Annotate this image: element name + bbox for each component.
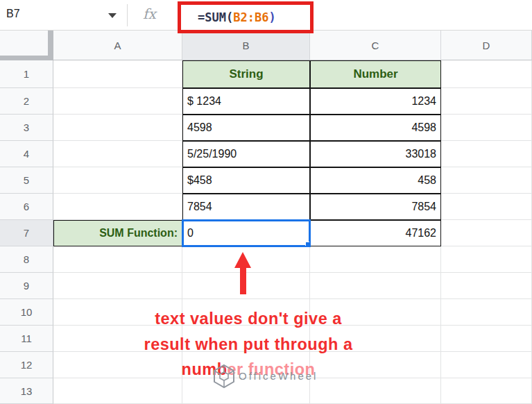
cell-A1[interactable] (53, 60, 182, 88)
formula-highlight-box: =SUM(B2:B6) (178, 1, 314, 33)
row-header-2[interactable]: 2 (0, 88, 53, 115)
formula-range: B2:B6 (233, 10, 268, 24)
cell-A9[interactable] (53, 273, 182, 299)
cell-B1[interactable]: String (182, 60, 310, 88)
cell-D3[interactable] (441, 115, 532, 141)
cell-C9[interactable] (310, 273, 441, 299)
row-header-5[interactable]: 5 (0, 167, 53, 194)
name-box[interactable]: B7 (0, 0, 127, 31)
cell-B3[interactable]: 4598 (182, 115, 310, 141)
cell-C2[interactable]: 1234 (310, 88, 441, 115)
column-header-C[interactable]: C (310, 31, 441, 60)
cell-C5[interactable]: 458 (310, 167, 441, 194)
cell-B4[interactable]: 5/25/1990 (182, 141, 310, 167)
cell-C4[interactable]: 33018 (310, 141, 441, 167)
toolbar-divider (127, 4, 128, 26)
cell-D1[interactable] (441, 60, 532, 88)
sheet-row-6: 678547854 (0, 194, 532, 220)
column-header-B[interactable]: B (182, 31, 310, 60)
cell-A3[interactable] (53, 115, 182, 141)
annotation-line-1: text values don't give a (26, 306, 470, 332)
cell-D2[interactable] (441, 88, 532, 115)
cell-C1[interactable]: Number (310, 60, 441, 88)
cell-A8[interactable] (53, 246, 182, 273)
cell-A2[interactable] (53, 88, 182, 115)
name-box-dropdown-icon[interactable] (108, 13, 117, 18)
cell-A4[interactable] (53, 141, 182, 167)
watermark-text: OfficeWheel (239, 370, 318, 382)
column-header-A[interactable]: A (53, 31, 182, 60)
row-header-1[interactable]: 1 (0, 60, 53, 88)
arrow-head-icon (234, 252, 251, 268)
row-header-13[interactable]: 13 (0, 378, 53, 404)
cell-A7[interactable]: SUM Function: (53, 220, 182, 246)
cell-A6[interactable] (53, 194, 182, 220)
cell-B6[interactable]: 7854 (182, 194, 310, 220)
formula-toolbar: B7 fx =SUM(B2:B6) (0, 0, 532, 31)
name-box-value: B7 (6, 8, 20, 20)
officewheel-logo-icon (212, 364, 236, 389)
cell-B5[interactable]: $458 (182, 167, 310, 194)
cell-C13[interactable] (310, 378, 441, 404)
row-header-6[interactable]: 6 (0, 194, 53, 220)
column-header-D[interactable]: D (441, 31, 532, 60)
cell-D5[interactable] (441, 167, 532, 194)
cell-C7[interactable]: 47162 (310, 220, 441, 246)
select-all-corner[interactable] (0, 31, 53, 60)
cell-A13[interactable] (53, 378, 182, 404)
cell-B7[interactable]: 0 (182, 220, 310, 246)
sheet-row-9: 9 (0, 273, 532, 299)
red-arrow-annotation (234, 252, 251, 294)
cell-B2[interactable]: $ 1234 (182, 88, 310, 115)
cell-C8[interactable] (310, 246, 441, 273)
row-header-3[interactable]: 3 (0, 115, 53, 141)
cell-C3[interactable]: 4598 (310, 115, 441, 141)
cell-D13[interactable] (441, 378, 532, 404)
cell-D6[interactable] (441, 194, 532, 220)
officewheel-watermark: OfficeWheel (212, 364, 318, 389)
row-header-4[interactable]: 4 (0, 141, 53, 167)
cell-D8[interactable] (441, 246, 532, 273)
row-header-7[interactable]: 7 (0, 220, 53, 246)
sheet-row-3: 345984598 (0, 115, 532, 141)
sheet-row-2: 2$ 12341234 (0, 88, 532, 115)
sheet-row-7: 7SUM Function:047162 (0, 220, 532, 246)
cell-D4[interactable] (441, 141, 532, 167)
cell-D9[interactable] (441, 273, 532, 299)
fx-icon: fx (143, 6, 156, 22)
row-header-9[interactable]: 9 (0, 273, 53, 299)
sheet-row-5: 5$458458 (0, 167, 532, 194)
formula-input[interactable]: =SUM(B2:B6) (198, 10, 276, 24)
row-header-8[interactable]: 8 (0, 246, 53, 273)
cell-C6[interactable]: 7854 (310, 194, 441, 220)
arrow-shaft (240, 267, 246, 294)
cell-A5[interactable] (53, 167, 182, 194)
column-headers: ABCD (0, 31, 532, 60)
cell-D7[interactable] (441, 220, 532, 246)
annotation-line-2: result when put through a (26, 332, 470, 357)
sheet-row-1: 1StringNumber (0, 60, 532, 88)
sheet-row-8: 8 (0, 246, 532, 273)
sheet-row-4: 45/25/199033018 (0, 141, 532, 167)
